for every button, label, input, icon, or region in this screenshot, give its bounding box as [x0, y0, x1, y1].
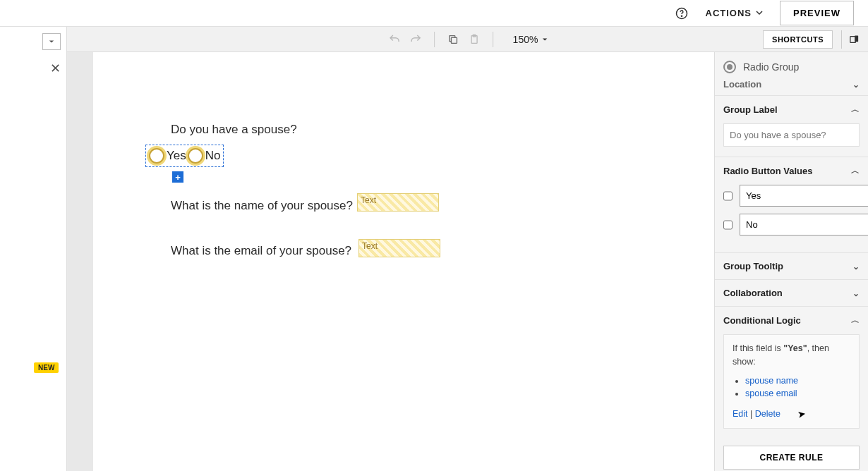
rule-prefix: If this field is	[733, 343, 783, 353]
chevron-down-icon: ⌄	[852, 262, 860, 271]
component-type-label: Radio Group	[743, 61, 799, 73]
zoom-value: 150%	[513, 34, 538, 45]
help-icon[interactable]	[675, 6, 689, 20]
section-group-label: Group Label ︿	[715, 95, 868, 157]
rule-value: "Yes"	[783, 343, 807, 353]
radio-icon	[188, 148, 203, 164]
preview-button[interactable]: PREVIEW	[780, 1, 854, 25]
chevron-up-icon: ︿	[851, 104, 860, 116]
question-spouse-email: What is the email of your spouse?	[171, 244, 351, 258]
toolbar-divider-2	[493, 32, 493, 47]
close-icon[interactable]: ✕	[50, 61, 61, 76]
radio-value-checkbox[interactable]	[723, 219, 733, 231]
radio-icon	[149, 148, 164, 164]
top-header: ACTIONS PREVIEW	[0, 0, 868, 27]
chevron-down-icon	[756, 8, 763, 18]
toolbar: 150% SHORTCUTS	[67, 27, 868, 52]
paste-icon[interactable]	[467, 32, 481, 47]
edit-rule-link[interactable]: Edit	[733, 409, 748, 419]
group-label-input[interactable]	[723, 123, 860, 147]
spouse-email-field[interactable]: Text	[358, 239, 440, 257]
radio-label-no: No	[205, 149, 221, 163]
zoom-dropdown[interactable]: 150%	[513, 34, 548, 45]
conditional-rule-summary: If this field is "Yes", then show: spous…	[723, 334, 860, 429]
new-badge: NEW	[34, 362, 59, 373]
create-rule-button[interactable]: CREATE RULE	[723, 446, 860, 470]
radio-value-input[interactable]	[740, 214, 868, 236]
spouse-name-field[interactable]: Text	[357, 193, 439, 212]
chevron-down-icon: ⌄	[852, 288, 860, 298]
question-spouse-name: What is the name of your spouse?	[171, 199, 353, 213]
section-group-tooltip-title: Group Tooltip	[723, 261, 783, 271]
radio-value-checkbox[interactable]	[723, 190, 733, 202]
shortcuts-button[interactable]: SHORTCUTS	[763, 30, 833, 49]
radio-option-yes[interactable]: Yes	[149, 148, 186, 164]
section-group-tooltip-header[interactable]: Group Tooltip ⌄	[715, 253, 868, 279]
actions-label: ACTIONS	[706, 8, 752, 18]
radio-group-icon	[723, 61, 736, 73]
radio-value-input[interactable]	[740, 185, 868, 207]
rule-target-spouse-email[interactable]: spouse email	[745, 389, 797, 398]
delete-rule-link[interactable]: Delete	[755, 409, 780, 419]
left-dropdown[interactable]	[42, 33, 61, 50]
panel-toggle-icon[interactable]	[841, 30, 860, 49]
form-canvas[interactable]: Do you have a spouse? Yes No + What is t…	[93, 52, 714, 471]
rule-actions: Edit | Delete	[733, 408, 850, 421]
svg-rect-2	[451, 37, 457, 43]
radio-value-row	[723, 185, 860, 207]
section-location[interactable]: Location ⌄	[715, 79, 868, 95]
section-conditional-logic: Conditional Logic ︿ If this field is "Ye…	[715, 306, 868, 470]
redo-icon[interactable]	[409, 32, 423, 47]
section-conditional-logic-title: Conditional Logic	[723, 315, 801, 326]
section-radio-values-title: Radio Button Values	[723, 166, 812, 176]
left-panel: ✕ NEW	[0, 27, 67, 471]
radio-option-no[interactable]: No	[188, 148, 221, 164]
properties-panel-header: Radio Group	[715, 52, 868, 79]
section-group-label-title: Group Label	[723, 104, 778, 115]
section-group-tooltip: Group Tooltip ⌄	[715, 252, 868, 279]
question-spouse: Do you have a spouse?	[171, 123, 297, 137]
radio-value-row	[723, 214, 860, 236]
undo-icon[interactable]	[387, 32, 402, 47]
section-collaboration-title: Collaboration	[723, 288, 783, 298]
section-collaboration-header[interactable]: Collaboration ⌄	[715, 280, 868, 306]
properties-panel: Radio Group Location ⌄ Group Label ︿ Rad…	[714, 52, 868, 471]
chevron-down-icon: ⌄	[852, 80, 860, 90]
radio-label-yes: Yes	[167, 149, 186, 163]
svg-rect-6	[855, 35, 858, 42]
rule-target-spouse-name[interactable]: spouse name	[745, 376, 798, 386]
radio-group-selected[interactable]: Yes No	[145, 145, 224, 167]
add-option-handle[interactable]: +	[172, 171, 183, 183]
chevron-up-icon: ︿	[851, 314, 860, 326]
svg-point-1	[681, 16, 682, 16]
copy-icon[interactable]	[446, 32, 460, 47]
chevron-up-icon: ︿	[851, 165, 860, 177]
section-radio-values: Radio Button Values ︿	[715, 157, 868, 252]
actions-menu[interactable]: ACTIONS	[706, 8, 764, 18]
section-location-label: Location	[723, 79, 761, 90]
section-radio-values-header[interactable]: Radio Button Values ︿	[715, 157, 868, 185]
section-group-label-header[interactable]: Group Label ︿	[715, 96, 868, 123]
toolbar-divider	[434, 32, 435, 47]
section-collaboration: Collaboration ⌄	[715, 279, 868, 306]
section-conditional-logic-header[interactable]: Conditional Logic ︿	[715, 307, 868, 334]
